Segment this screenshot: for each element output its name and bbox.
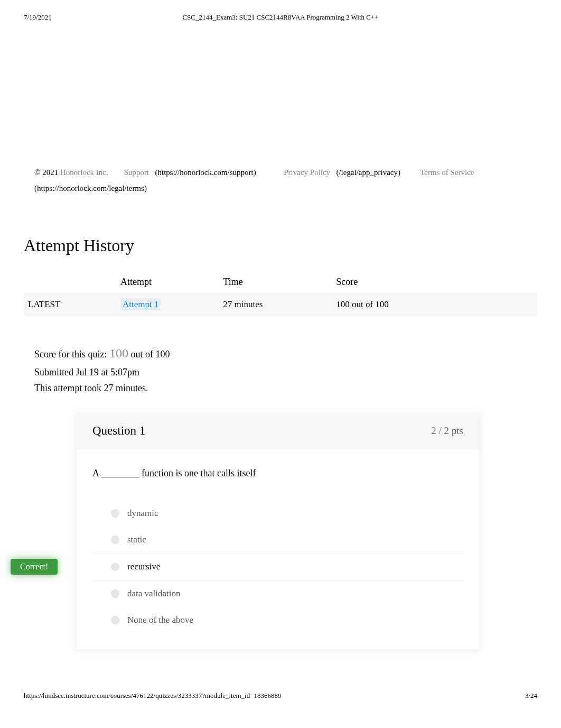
score-summary: Score for this quiz: 100 out of 100 Subm…	[24, 343, 537, 397]
option-label: None of the above	[127, 615, 193, 625]
option-label: dynamic	[127, 508, 158, 519]
cell-status: LATEST	[24, 293, 116, 316]
terms-link[interactable]: Terms of Service	[420, 168, 474, 177]
question-body: A ________ function is one that calls it…	[77, 449, 479, 649]
score-out-of: out of 100	[130, 349, 170, 360]
question-points: 2 / 2 pts	[431, 425, 463, 437]
support-url: (https://honorlock.com/support)	[155, 168, 256, 177]
attempt-history-heading: Attempt History	[24, 236, 537, 255]
duration-text: This attempt took 27 minutes.	[34, 380, 527, 397]
question-card: Question 1 2 / 2 pts A ________ function…	[77, 412, 479, 649]
answer-option[interactable]: dynamic	[92, 500, 463, 527]
answer-option[interactable]: None of the above	[92, 607, 463, 633]
question-title: Question 1	[92, 424, 145, 438]
cell-score: 100 out of 100	[332, 293, 537, 316]
header-title: CSC_2144_Exam3: SU21 CSC2144R8VAA Progra…	[182, 13, 378, 22]
footer-url: https://hindscc.instructure.com/courses/…	[24, 692, 282, 700]
page-header: 7/19/2021 CSC_2144_Exam3: SU21 CSC2144R8…	[0, 0, 561, 27]
question-prompt: A ________ function is one that calls it…	[92, 468, 463, 479]
footer-page-number: 3/24	[525, 692, 537, 700]
radio-icon	[111, 563, 119, 571]
col-header-status	[24, 271, 116, 293]
col-header-score: Score	[332, 271, 537, 293]
score-value: 100	[109, 346, 128, 360]
company-name: Honorlock Inc.	[60, 168, 108, 177]
correct-badge: Correct!	[11, 559, 58, 575]
score-label: Score for this quiz:	[34, 349, 109, 360]
answer-option[interactable]: data validation	[92, 580, 463, 607]
copyright-year: 2021	[42, 168, 58, 177]
radio-icon	[111, 616, 119, 624]
table-row: LATEST Attempt 1 27 minutes 100 out of 1…	[24, 293, 537, 316]
attempt-link[interactable]: Attempt 1	[120, 298, 161, 310]
table-header-row: Attempt Time Score	[24, 271, 537, 293]
col-header-time: Time	[219, 271, 332, 293]
privacy-link[interactable]: Privacy Policy	[284, 168, 330, 177]
support-link[interactable]: Support	[124, 168, 149, 177]
terms-url: (https://honorlock.com/legal/terms)	[34, 184, 147, 192]
answer-option[interactable]: static	[92, 527, 463, 553]
legal-footer: © 2021 Honorlock Inc. Support (https://h…	[24, 164, 537, 196]
attempt-history-table: Attempt Time Score LATEST Attempt 1 27 m…	[24, 271, 537, 316]
option-label: static	[127, 535, 146, 545]
submitted-text: Submitted Jul 19 at 5:07pm	[34, 364, 527, 381]
answer-option-selected[interactable]: recursive	[92, 553, 463, 580]
radio-icon	[111, 536, 119, 544]
page-footer: https://hindscc.instructure.com/courses/…	[0, 649, 561, 711]
col-header-attempt: Attempt	[116, 271, 219, 293]
radio-icon	[111, 589, 119, 598]
header-date: 7/19/2021	[24, 13, 52, 22]
privacy-url: (/legal/app_privacy)	[336, 168, 400, 177]
copyright-symbol: ©	[34, 168, 40, 177]
option-label: data validation	[127, 588, 181, 599]
cell-time: 27 minutes	[219, 293, 332, 316]
option-label: recursive	[127, 561, 160, 572]
cell-attempt: Attempt 1	[116, 293, 219, 316]
question-header: Question 1 2 / 2 pts	[77, 412, 479, 449]
radio-icon	[111, 509, 119, 518]
